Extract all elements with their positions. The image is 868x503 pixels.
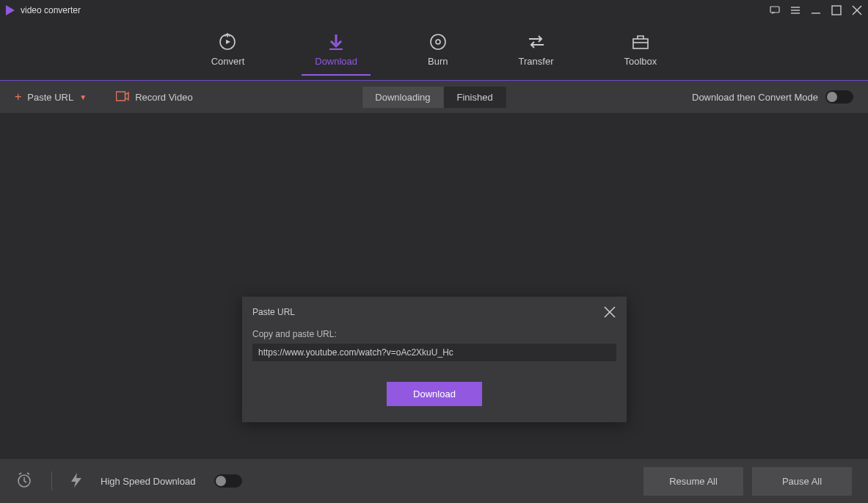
convert-mode-toggle[interactable] <box>825 90 853 104</box>
content-area: Paste URL Copy and paste URL: Download <box>0 113 868 459</box>
subbar: + Paste URL ▼ Record Video Downloading F… <box>0 81 868 113</box>
download-button[interactable]: Download <box>387 382 482 406</box>
window-controls <box>770 5 862 15</box>
main-nav: Convert Download Burn Transfer Toolbox <box>0 21 868 81</box>
subbar-right: Download then Convert Mode <box>692 90 853 104</box>
download-icon <box>327 32 346 51</box>
svg-rect-0 <box>770 7 779 12</box>
disc-icon <box>428 32 448 51</box>
clock-icon[interactable] <box>16 472 32 491</box>
high-speed-toggle[interactable] <box>214 474 242 488</box>
record-video-label: Record Video <box>135 92 193 103</box>
nav-convert[interactable]: Convert <box>198 25 258 76</box>
high-speed-label: High Speed Download <box>101 476 195 487</box>
modal-instruction: Copy and paste URL: <box>252 329 616 339</box>
tab-downloading[interactable]: Downloading <box>362 87 443 108</box>
menu-icon[interactable] <box>790 5 800 15</box>
close-icon[interactable] <box>852 5 862 15</box>
svg-rect-15 <box>117 92 125 101</box>
convert-mode-label: Download then Convert Mode <box>692 92 818 103</box>
bolt-icon <box>71 473 81 490</box>
camera-icon <box>116 91 129 104</box>
svg-rect-5 <box>832 6 841 15</box>
toolbox-icon <box>631 32 650 51</box>
modal-close-button[interactable] <box>603 305 616 319</box>
paste-url-label: Paste URL <box>27 92 73 103</box>
app-icon <box>6 5 15 15</box>
paste-url-button[interactable]: + Paste URL ▼ <box>15 90 87 104</box>
title-left: video converter <box>6 5 81 15</box>
svg-rect-13 <box>633 39 648 48</box>
plus-icon: + <box>15 90 21 104</box>
nav-label: Download <box>315 56 357 67</box>
nav-burn[interactable]: Burn <box>415 25 461 76</box>
nav-label: Toolbox <box>624 56 657 67</box>
paste-url-modal: Paste URL Copy and paste URL: Download <box>242 297 627 422</box>
refresh-icon <box>218 32 237 51</box>
nav-label: Convert <box>211 56 245 67</box>
footer-left: High Speed Download <box>16 471 242 491</box>
svg-marker-9 <box>226 40 230 44</box>
maximize-icon[interactable] <box>831 5 842 15</box>
resume-all-button[interactable]: Resume All <box>643 467 743 496</box>
footer: High Speed Download Resume All Pause All <box>0 459 868 503</box>
nav-download[interactable]: Download <box>302 25 371 76</box>
pause-all-button[interactable]: Pause All <box>752 467 852 496</box>
chevron-down-icon: ▼ <box>79 93 87 101</box>
nav-transfer[interactable]: Transfer <box>506 25 567 76</box>
titlebar: video converter <box>0 0 868 21</box>
nav-toolbox[interactable]: Toolbox <box>610 25 670 76</box>
record-video-button[interactable]: Record Video <box>116 91 193 104</box>
feedback-icon[interactable] <box>770 5 780 15</box>
url-input[interactable] <box>252 344 616 361</box>
footer-right: Resume All Pause All <box>643 467 852 496</box>
divider <box>51 471 52 491</box>
modal-title: Paste URL <box>252 307 295 317</box>
subbar-left: + Paste URL ▼ Record Video <box>15 90 193 104</box>
svg-point-11 <box>431 35 445 49</box>
sub-tabs: Downloading Finished <box>362 87 506 108</box>
svg-point-12 <box>436 40 440 44</box>
nav-label: Transfer <box>519 56 554 67</box>
tab-finished[interactable]: Finished <box>444 87 506 108</box>
nav-label: Burn <box>428 56 448 67</box>
modal-header: Paste URL <box>252 305 616 319</box>
minimize-icon[interactable] <box>811 5 821 15</box>
app-title: video converter <box>21 5 81 15</box>
transfer-icon <box>527 32 546 51</box>
